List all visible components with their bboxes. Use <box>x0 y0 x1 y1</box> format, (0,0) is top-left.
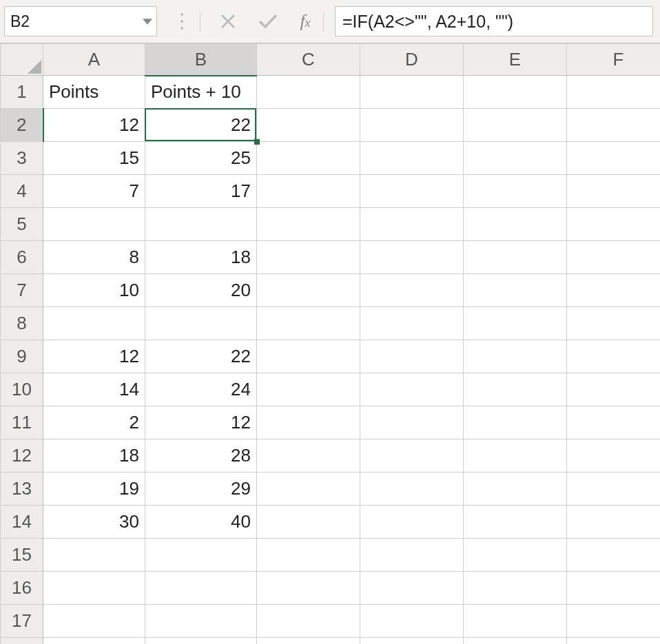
cell[interactable]: 10 <box>43 274 145 307</box>
cell[interactable]: 18 <box>43 439 145 472</box>
cell[interactable] <box>567 373 661 406</box>
cell[interactable] <box>257 307 360 340</box>
cell[interactable]: 14 <box>43 373 145 406</box>
cell[interactable] <box>145 307 257 340</box>
cell[interactable]: 12 <box>43 109 145 142</box>
cell[interactable] <box>257 572 360 605</box>
cell[interactable] <box>257 373 360 406</box>
row-header[interactable]: 11 <box>1 406 43 439</box>
cell[interactable] <box>43 208 145 241</box>
col-header-D[interactable]: D <box>360 44 464 76</box>
cell[interactable] <box>360 76 464 109</box>
cell[interactable]: 8 <box>43 241 145 274</box>
col-header-F[interactable]: F <box>567 44 661 76</box>
cell[interactable] <box>464 605 567 638</box>
col-header-C[interactable]: C <box>257 44 360 76</box>
cell[interactable] <box>567 175 661 208</box>
cell[interactable] <box>464 307 567 340</box>
cell[interactable]: 28 <box>145 439 257 472</box>
cell[interactable] <box>567 76 661 109</box>
cell[interactable] <box>43 539 145 572</box>
cell[interactable] <box>464 76 567 109</box>
name-box[interactable]: B2 <box>4 6 157 37</box>
cell[interactable] <box>257 241 360 274</box>
cell[interactable] <box>464 109 567 142</box>
cell[interactable] <box>360 208 464 241</box>
cell[interactable] <box>43 307 145 340</box>
cell[interactable] <box>360 241 464 274</box>
row-header[interactable]: 5 <box>1 208 43 241</box>
cell[interactable] <box>257 76 360 109</box>
cell[interactable] <box>567 638 661 645</box>
cell-selected[interactable]: 22 <box>145 109 257 142</box>
insert-function-icon[interactable]: fx <box>290 11 320 32</box>
cell[interactable] <box>360 406 464 439</box>
cell[interactable] <box>360 142 464 175</box>
cell[interactable] <box>257 406 360 439</box>
cell[interactable] <box>43 605 145 638</box>
cell[interactable] <box>360 439 464 472</box>
cell[interactable] <box>464 572 567 605</box>
cell[interactable] <box>360 175 464 208</box>
cell[interactable] <box>464 439 567 472</box>
cell[interactable] <box>464 175 567 208</box>
cell[interactable] <box>360 605 464 638</box>
cell[interactable] <box>257 109 360 142</box>
cell[interactable]: 22 <box>145 340 257 373</box>
formula-input[interactable]: =IF(A2<>"", A2+10, "") <box>335 6 653 37</box>
row-header[interactable]: 15 <box>1 539 43 572</box>
name-box-dropdown-icon[interactable] <box>143 12 152 31</box>
cell[interactable] <box>360 506 464 539</box>
row-header[interactable]: 4 <box>1 175 43 208</box>
cell[interactable] <box>257 208 360 241</box>
cancel-formula-icon[interactable] <box>213 6 243 37</box>
cell[interactable] <box>360 373 464 406</box>
row-header[interactable]: 9 <box>1 340 43 373</box>
cell[interactable] <box>257 274 360 307</box>
cell[interactable] <box>567 142 661 175</box>
cell[interactable] <box>360 472 464 506</box>
row-header[interactable]: 1 <box>1 76 43 109</box>
row-header[interactable]: 8 <box>1 307 43 340</box>
cell[interactable]: Points <box>43 76 145 109</box>
cell[interactable] <box>567 274 661 307</box>
cell[interactable] <box>567 506 661 539</box>
cell[interactable] <box>360 109 464 142</box>
cell[interactable] <box>567 241 661 274</box>
cell[interactable]: 12 <box>145 406 257 439</box>
cell[interactable] <box>567 539 661 572</box>
cell[interactable] <box>145 605 257 638</box>
cell[interactable] <box>360 572 464 605</box>
cell[interactable] <box>43 572 145 605</box>
cell[interactable]: 20 <box>145 274 257 307</box>
grid-table[interactable]: A B C D E F 1 Points Points + 10 2 12 22… <box>0 43 660 644</box>
cell[interactable] <box>567 340 661 373</box>
select-all-corner[interactable] <box>1 44 43 76</box>
cell[interactable] <box>464 539 567 572</box>
cell[interactable] <box>360 340 464 373</box>
cell[interactable]: 12 <box>43 340 145 373</box>
cell[interactable]: 24 <box>145 373 257 406</box>
cell[interactable]: Points + 10 <box>145 76 257 109</box>
cell[interactable] <box>567 605 661 638</box>
cell[interactable] <box>464 373 567 406</box>
cell[interactable] <box>257 638 360 645</box>
cell[interactable] <box>464 506 567 539</box>
cell[interactable]: 40 <box>145 506 257 539</box>
row-header[interactable]: 10 <box>1 373 43 406</box>
cell[interactable] <box>360 638 464 645</box>
col-header-B[interactable]: B <box>145 44 257 76</box>
row-header[interactable]: 13 <box>1 472 43 506</box>
cell[interactable] <box>567 406 661 439</box>
cell[interactable] <box>360 307 464 340</box>
cell[interactable]: 29 <box>145 472 257 506</box>
cell[interactable]: 18 <box>145 241 257 274</box>
cell[interactable] <box>145 638 257 645</box>
cell[interactable] <box>464 274 567 307</box>
cell[interactable]: 15 <box>43 142 145 175</box>
row-header[interactable]: 3 <box>1 142 43 175</box>
cell[interactable] <box>567 439 661 472</box>
cell[interactable]: 25 <box>145 142 257 175</box>
cell[interactable] <box>567 208 661 241</box>
cell[interactable] <box>567 472 661 506</box>
